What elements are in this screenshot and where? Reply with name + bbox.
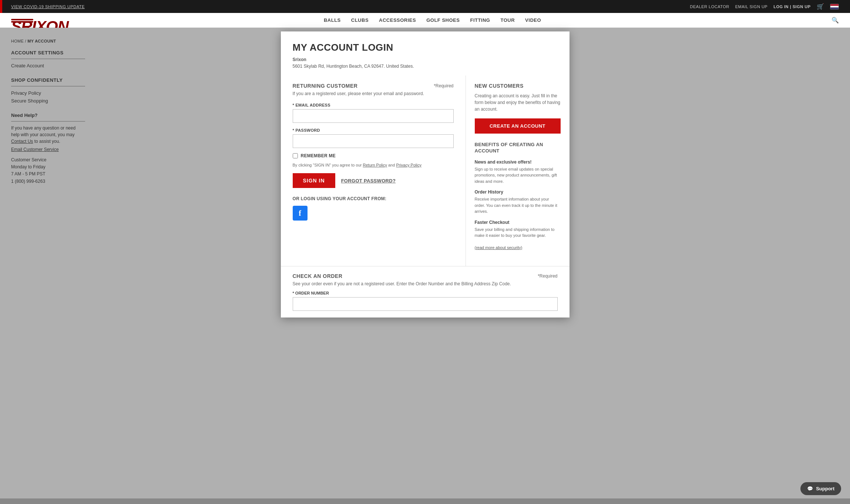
social-login: f (293, 206, 454, 221)
benefits-title: BENEFITS OF CREATING AN ACCOUNT (475, 142, 561, 154)
red-accent-line (0, 0, 2, 13)
main-navigation: BALLS CLUBS ACCESSORIES GOLF SHOES FITTI… (324, 17, 541, 23)
create-account-button[interactable]: CREATE AN ACCOUNT (475, 118, 561, 134)
benefit-checkout-name: Faster Checkout (475, 220, 561, 225)
benefit-news-desc: Sign up to receive email updates on spec… (475, 166, 561, 185)
nav-accessories[interactable]: ACCESSORIES (379, 17, 416, 23)
logo[interactable]: SRIXON (11, 18, 33, 23)
forgot-password-button[interactable]: FORGOT PASSWORD? (341, 178, 396, 184)
nav-video[interactable]: VIDEO (525, 17, 541, 23)
remember-me-label: REMEMBER ME (301, 153, 336, 158)
main-nav-list: BALLS CLUBS ACCESSORIES GOLF SHOES FITTI… (324, 17, 541, 23)
site-header: SRIXON BALLS CLUBS ACCESSORIES GOLF SHOE… (0, 13, 850, 28)
returning-customer-title: RETURNING CUSTOMER (293, 83, 358, 89)
covid-link[interactable]: VIEW COVID-19 SHIPPING UPDATE (11, 4, 85, 9)
signin-button[interactable]: SIGN IN (293, 173, 335, 188)
benefit-news-name: News and exclusive offers! (475, 159, 561, 165)
modal-right-panel: NEW CUSTOMERS Creating an account is eas… (466, 75, 570, 266)
company-name: Srixon (293, 56, 558, 63)
modal-left-panel: RETURNING CUSTOMER *Required If you are … (281, 75, 466, 266)
benefit-news: News and exclusive offers! Sign up to re… (475, 159, 561, 185)
benefit-security: (read more about security) (475, 244, 561, 251)
dealer-locator-link[interactable]: DEALER LOCATOR (690, 4, 729, 9)
page-wrapper: HOME / MY ACCOUNT ACCOUNT SETTINGS Creat… (0, 28, 850, 498)
address-text: 5601 Skylab Rd, Huntington Beach, CA 926… (293, 63, 558, 70)
required-label: *Required (434, 83, 453, 88)
cart-icon[interactable]: 🛒 (817, 3, 824, 10)
new-customers-title: NEW CUSTOMERS (475, 83, 561, 89)
benefit-order-history-desc: Receive important information about your… (475, 196, 561, 215)
login-modal: MY ACCOUNT LOGIN Srixon 5601 Skylab Rd, … (281, 31, 570, 317)
remember-me-row: REMEMBER ME (293, 153, 454, 158)
modal-title: MY ACCOUNT LOGIN (293, 42, 558, 53)
nav-tour[interactable]: TOUR (500, 17, 515, 23)
returning-customer-header: RETURNING CUSTOMER *Required (293, 83, 454, 89)
nav-balls[interactable]: BALLS (324, 17, 341, 23)
email-label: * EMAIL ADDRESS (293, 103, 454, 107)
check-order-header: CHECK AN ORDER *Required (293, 273, 558, 279)
returning-customer-desc: If you are a registered user, please ent… (293, 91, 454, 96)
announcement-bar: VIEW COVID-19 SHIPPING UPDATE DEALER LOC… (0, 0, 850, 13)
new-customers-desc: Creating an account is easy. Just fill i… (475, 93, 561, 112)
return-policy-link[interactable]: Return Policy (363, 163, 387, 167)
benefit-checkout: Faster Checkout Save your billing and sh… (475, 220, 561, 239)
or-login-text: OR LOGIN USING YOUR ACCOUNT FROM: (293, 196, 454, 201)
order-number-input[interactable] (293, 297, 558, 311)
benefit-order-history: Order History Receive important informat… (475, 189, 561, 215)
password-input[interactable] (293, 134, 454, 148)
modal-address: Srixon 5601 Skylab Rd, Huntington Beach,… (293, 56, 558, 70)
privacy-policy-link[interactable]: Privacy Policy (396, 163, 421, 167)
sign-in-actions: SIGN IN FORGOT PASSWORD? (293, 173, 454, 188)
nav-golf-shoes[interactable]: GOLF SHOES (426, 17, 460, 23)
support-button[interactable]: 💬 Support (800, 482, 841, 495)
email-form-group: * EMAIL ADDRESS (293, 103, 454, 123)
remember-me-checkbox[interactable] (293, 153, 298, 158)
top-right-nav: DEALER LOCATOR EMAIL SIGN UP LOG IN | SI… (690, 3, 839, 10)
flag-icon (830, 4, 839, 10)
nav-clubs[interactable]: CLUBS (351, 17, 369, 23)
support-bubble-icon: 💬 (807, 486, 813, 491)
check-order-title: CHECK AN ORDER (293, 273, 343, 279)
signup-link[interactable]: SIGN UP (793, 4, 811, 9)
nav-fitting[interactable]: FITTING (470, 17, 490, 23)
benefit-order-history-name: Order History (475, 189, 561, 195)
email-signup-link[interactable]: EMAIL SIGN UP (735, 4, 767, 9)
check-order-desc: See your order even if you are not a reg… (293, 281, 558, 286)
check-order-required: *Required (538, 273, 557, 279)
read-more-security-link[interactable]: (read more about security) (475, 245, 523, 250)
support-label: Support (816, 486, 834, 491)
auth-links[interactable]: LOG IN | SIGN UP (773, 4, 810, 9)
facebook-login-button[interactable]: f (293, 206, 308, 221)
modal-body: RETURNING CUSTOMER *Required If you are … (281, 75, 570, 266)
email-input[interactable] (293, 109, 454, 123)
modal-header: MY ACCOUNT LOGIN Srixon 5601 Skylab Rd, … (281, 31, 570, 75)
policy-text: By clicking "SIGN IN" you agree to our R… (293, 163, 454, 167)
check-order-section: CHECK AN ORDER *Required See your order … (281, 266, 570, 317)
password-label: * PASSWORD (293, 128, 454, 132)
order-number-label: * ORDER NUMBER (293, 291, 558, 295)
password-form-group: * PASSWORD (293, 128, 454, 148)
benefit-checkout-desc: Save your billing and shipping informati… (475, 226, 561, 239)
logo-text: SRIXON (11, 19, 33, 20)
login-link[interactable]: LOG IN (773, 4, 789, 9)
search-icon[interactable]: 🔍 (831, 17, 839, 24)
modal-overlay: MY ACCOUNT LOGIN Srixon 5601 Skylab Rd, … (0, 28, 850, 498)
